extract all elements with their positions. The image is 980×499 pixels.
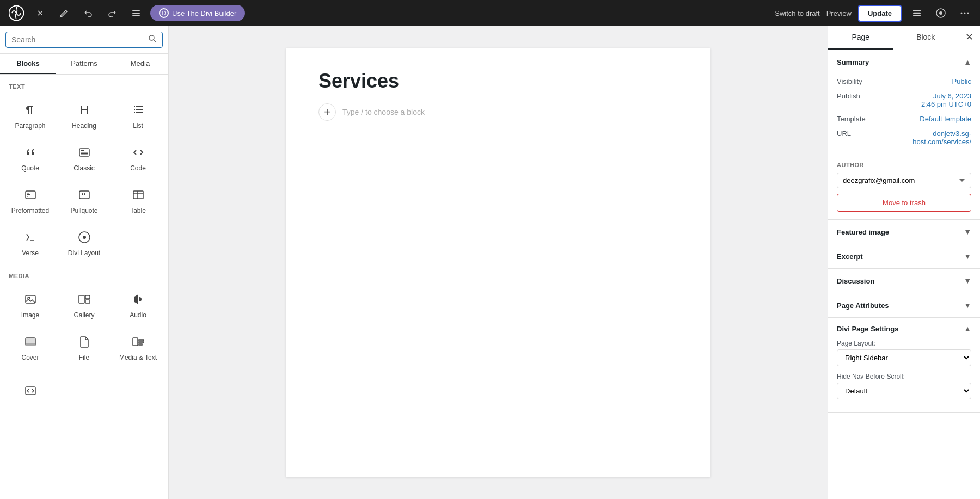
- tab-blocks[interactable]: Blocks: [0, 54, 56, 74]
- svg-rect-27: [27, 196, 28, 197]
- media-section-label: MEDIA: [4, 270, 164, 284]
- block-file[interactable]: File: [58, 326, 110, 366]
- tools-button[interactable]: [932, 4, 950, 22]
- block-file-label: File: [79, 354, 89, 361]
- block-preformatted-label: Preformatted: [11, 207, 49, 214]
- author-select[interactable]: deezgrafix@gmail.com: [837, 173, 971, 188]
- block-classic-label: Classic: [74, 164, 95, 172]
- list-view-button[interactable]: [126, 3, 146, 23]
- visibility-value[interactable]: Public: [952, 77, 971, 85]
- topbar-right: Switch to draft Preview Update: [775, 4, 973, 22]
- discussion-title: Discussion: [837, 277, 874, 285]
- excerpt-header[interactable]: Excerpt ▼: [828, 244, 980, 268]
- block-classic[interactable]: Classic: [58, 137, 110, 177]
- block-code-label: Code: [130, 164, 146, 172]
- publish-value[interactable]: July 6, 2023 2:46 pm UTC+0: [921, 92, 971, 108]
- page-layout-select[interactable]: Right Sidebar Left Sidebar Full Width No…: [837, 349, 971, 366]
- svg-rect-37: [85, 295, 90, 299]
- hide-nav-select[interactable]: Default Yes No: [837, 383, 971, 399]
- undo-button[interactable]: [78, 3, 98, 23]
- hide-nav-field: Hide Nav Before Scroll: Default Yes No: [837, 373, 971, 399]
- divi-icon: D: [159, 8, 169, 18]
- divi-settings-chevron: ▲: [964, 324, 971, 333]
- block-gallery[interactable]: Gallery: [58, 284, 110, 324]
- discussion-header[interactable]: Discussion ▼: [828, 269, 980, 293]
- block-quote[interactable]: Quote: [4, 137, 56, 177]
- svg-rect-4: [913, 10, 921, 11]
- svg-line-13: [154, 40, 156, 42]
- publish-label: Publish: [837, 92, 860, 100]
- move-to-trash-button[interactable]: Move to trash: [837, 194, 971, 212]
- block-media-text[interactable]: Media & Text: [112, 326, 164, 366]
- add-block-button[interactable]: +: [318, 103, 336, 121]
- editor-area: Services + Type / to choose a block: [169, 26, 828, 499]
- right-tab-page[interactable]: Page: [828, 26, 893, 50]
- block-heading[interactable]: Heading: [58, 94, 110, 134]
- preview-button[interactable]: Preview: [826, 9, 852, 17]
- svg-rect-41: [26, 343, 35, 346]
- list-icon: [130, 101, 147, 119]
- summary-header[interactable]: Summary ▲: [828, 50, 980, 74]
- text-blocks-grid: Paragraph Heading List: [4, 94, 164, 262]
- redo-button[interactable]: [102, 3, 122, 23]
- svg-rect-43: [139, 340, 144, 341]
- hide-nav-label: Hide Nav Before Scroll:: [837, 373, 971, 380]
- template-value[interactable]: Default template: [920, 115, 971, 123]
- block-divi-layout[interactable]: Divi Layout: [58, 221, 110, 262]
- media-text-icon: [130, 333, 147, 350]
- block-verse[interactable]: Verse: [4, 221, 56, 262]
- block-audio[interactable]: Audio: [112, 284, 164, 324]
- left-panel: Blocks Patterns Media TEXT Paragraph Hea…: [0, 26, 169, 499]
- block-pullquote-label: Pullquote: [70, 207, 97, 214]
- visibility-row: Visibility Public: [837, 74, 971, 89]
- edit-icon-button[interactable]: [54, 3, 74, 23]
- block-pullquote[interactable]: Pullquote: [58, 179, 110, 219]
- block-paragraph[interactable]: Paragraph: [4, 94, 56, 134]
- excerpt-title: Excerpt: [837, 252, 863, 261]
- block-list-label: List: [133, 122, 143, 130]
- search-input[interactable]: [11, 35, 144, 44]
- page-attributes-title: Page Attributes: [837, 301, 889, 310]
- block-cover[interactable]: Cover: [4, 326, 56, 366]
- svg-rect-5: [913, 13, 921, 14]
- more-options-button[interactable]: [956, 4, 973, 22]
- block-embed[interactable]: [4, 375, 56, 408]
- svg-rect-23: [81, 153, 88, 155]
- tab-media[interactable]: Media: [112, 54, 168, 74]
- tab-patterns[interactable]: Patterns: [56, 54, 112, 74]
- block-list[interactable]: List: [112, 94, 164, 134]
- block-image-label: Image: [21, 311, 39, 319]
- switch-to-draft-button[interactable]: Switch to draft: [775, 9, 819, 17]
- page-layout-field: Page Layout: Right Sidebar Left Sidebar …: [837, 340, 971, 366]
- svg-rect-3: [132, 15, 140, 16]
- block-gallery-label: Gallery: [74, 311, 94, 319]
- wp-logo[interactable]: [7, 3, 26, 23]
- image-icon: [22, 291, 39, 308]
- center-area: Services + Type / to choose a block: [169, 26, 828, 499]
- block-preformatted[interactable]: Preformatted: [4, 179, 56, 219]
- block-image[interactable]: Image: [4, 284, 56, 324]
- divi-builder-label: Use The Divi Builder: [172, 9, 236, 17]
- divi-builder-button[interactable]: D Use The Divi Builder: [150, 5, 245, 21]
- block-table[interactable]: Table: [112, 179, 164, 219]
- right-panel-close-button[interactable]: ✕: [958, 26, 980, 48]
- block-audio-label: Audio: [130, 311, 146, 319]
- svg-rect-22: [81, 152, 88, 153]
- url-value[interactable]: donjetv3.sg-host.com/services/: [884, 130, 971, 146]
- settings-toggle-button[interactable]: [908, 4, 926, 22]
- page-title[interactable]: Services: [318, 70, 678, 93]
- right-tab-block[interactable]: Block: [893, 26, 959, 50]
- close-button[interactable]: [30, 3, 50, 23]
- block-code[interactable]: Code: [112, 137, 164, 177]
- topbar-left: D Use The Divi Builder: [7, 3, 245, 23]
- featured-image-section: Featured image ▼: [828, 220, 980, 244]
- svg-rect-44: [139, 342, 144, 343]
- excerpt-section: Excerpt ▼: [828, 244, 980, 269]
- blocks-area: TEXT Paragraph Heading: [0, 75, 168, 499]
- update-button[interactable]: Update: [858, 5, 902, 22]
- author-label: AUTHOR: [837, 162, 971, 168]
- url-label: URL: [837, 130, 851, 138]
- page-attributes-header[interactable]: Page Attributes ▼: [828, 293, 980, 317]
- url-row: URL donjetv3.sg-host.com/services/: [837, 126, 971, 149]
- featured-image-header[interactable]: Featured image ▼: [828, 220, 980, 244]
